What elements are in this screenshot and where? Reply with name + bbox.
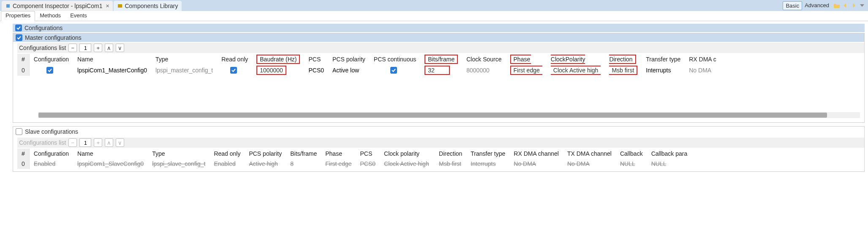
- tab-events[interactable]: Events: [65, 11, 92, 21]
- master-subsection: Configurations list − + ∧ ∨ # Configurat…: [17, 43, 864, 120]
- scrollbar-thumb[interactable]: [38, 113, 827, 118]
- cell-phase[interactable]: First edge: [506, 65, 547, 76]
- cell-pcs: PCS0: [356, 159, 380, 169]
- folder-icon[interactable]: [833, 2, 840, 9]
- cell-config: Enabled: [29, 159, 73, 169]
- tab-component-inspector[interactable]: Component Inspector - lpspiCom1 ✕: [2, 1, 113, 11]
- col-clockpol: Clock polarity: [380, 149, 435, 159]
- horizontal-scrollbar[interactable]: [38, 112, 860, 118]
- tab-properties[interactable]: Properties: [1, 11, 35, 21]
- col-dir: Direction: [605, 54, 642, 65]
- col-dir: Direction: [435, 149, 466, 159]
- down-button[interactable]: ∨: [116, 138, 124, 147]
- cell-row: 0: [17, 159, 29, 169]
- cell-bits[interactable]: 32: [420, 65, 462, 76]
- sub-tab-bar: Properties Methods Events: [0, 11, 868, 21]
- add-button[interactable]: +: [94, 138, 102, 147]
- up-button[interactable]: ∧: [105, 44, 113, 52]
- nav-forward-icon[interactable]: [850, 2, 857, 9]
- view-menu-icon[interactable]: [859, 2, 865, 9]
- cell-type: lpspi_master_config_t: [151, 65, 217, 76]
- count-input[interactable]: [79, 138, 91, 147]
- slave-table: # Configuration Name Type Read only PCS …: [17, 149, 691, 169]
- cell-rxdma[interactable]: No DMA: [685, 65, 721, 76]
- slave-panel: Slave configurations Configurations list…: [13, 126, 865, 172]
- cell-config: [29, 65, 73, 76]
- cell-transfer[interactable]: Interrupts: [642, 65, 685, 76]
- table-row[interactable]: 0 Enabled lpspiCom1_SlaveConfig0 lpspi_s…: [17, 159, 691, 169]
- cell-name[interactable]: lpspiCom1_SlaveConfig0: [73, 159, 148, 169]
- cell-clocksrc: 8000000: [462, 65, 506, 76]
- count-input[interactable]: [79, 44, 91, 52]
- col-config: Configuration: [29, 54, 73, 65]
- nav-back-icon[interactable]: [842, 2, 849, 9]
- table-header-row: # Configuration Name Type Read only Baud…: [17, 54, 721, 65]
- library-icon: [117, 3, 123, 9]
- cell-pcs[interactable]: PCS0: [304, 65, 328, 76]
- up-button[interactable]: ∧: [105, 138, 113, 147]
- row-config-checkbox[interactable]: [46, 67, 53, 74]
- master-list-toolbar: Configurations list − + ∧ ∨: [17, 43, 864, 53]
- cell-type: lpspi_slave_config_t: [148, 159, 210, 169]
- col-clocksrc: Clock Source: [462, 54, 506, 65]
- master-header: Master configurations: [13, 33, 864, 42]
- col-type: Type: [148, 149, 210, 159]
- table-row[interactable]: 0 lpspiCom1_MasterConfig0 lpspi_master_c…: [17, 65, 721, 76]
- tab-methods[interactable]: Methods: [35, 11, 65, 21]
- col-pcscont: PCS continuous: [370, 54, 420, 65]
- cell-callbackparam: NULL: [647, 159, 692, 169]
- col-phase: Phase: [506, 54, 547, 65]
- svg-rect-1: [118, 4, 122, 8]
- list-label: Configurations list: [19, 139, 66, 146]
- col-bits: Bits/frame: [420, 54, 462, 65]
- row-readonly-checkbox[interactable]: [230, 67, 237, 74]
- advanced-toggle[interactable]: Advanced: [802, 1, 832, 10]
- col-pcspol: PCS polarity: [245, 149, 286, 159]
- cell-txdma: No DMA: [563, 159, 616, 169]
- col-readonly: Read only: [210, 149, 245, 159]
- cell-clockpol[interactable]: Clock Active high: [547, 65, 605, 76]
- cell-pcspol[interactable]: Active low: [328, 65, 370, 76]
- row-pcscont-checkbox[interactable]: [390, 67, 397, 74]
- master-table: # Configuration Name Type Read only Baud…: [17, 54, 721, 76]
- cell-rxdma: No DMA: [509, 159, 563, 169]
- col-pcs: PCS: [304, 54, 328, 65]
- col-pcs: PCS: [356, 149, 380, 159]
- col-phase: Phase: [321, 149, 356, 159]
- cell-name[interactable]: lpspiCom1_MasterConfig0: [73, 65, 151, 76]
- master-label: Master configurations: [25, 34, 82, 41]
- cell-pcscont: [370, 65, 420, 76]
- remove-button[interactable]: −: [68, 138, 77, 147]
- master-checkbox[interactable]: [16, 34, 22, 41]
- cell-phase: First edge: [321, 159, 356, 169]
- col-callback: Callback: [616, 149, 647, 159]
- master-table-wrap: # Configuration Name Type Read only Baud…: [17, 54, 864, 120]
- tab-components-library[interactable]: Components Library: [114, 1, 181, 11]
- cell-bits: 8: [286, 159, 321, 169]
- slave-list-toolbar: Configurations list − + ∧ ∨: [17, 138, 864, 148]
- cell-dir[interactable]: Msb first: [605, 65, 642, 76]
- cell-callback: NULL: [616, 159, 647, 169]
- slave-checkbox[interactable]: [16, 128, 22, 135]
- remove-button[interactable]: −: [68, 44, 77, 52]
- add-button[interactable]: +: [94, 44, 102, 52]
- col-type: Type: [151, 54, 217, 65]
- configurations-label: Configurations: [24, 25, 63, 31]
- svg-rect-0: [6, 4, 10, 8]
- col-pcspol: PCS polarity: [328, 54, 370, 65]
- component-icon: [5, 3, 11, 9]
- cell-baud[interactable]: 1000000: [252, 65, 304, 76]
- basic-toggle[interactable]: Basic: [783, 1, 802, 10]
- close-icon[interactable]: ✕: [106, 3, 109, 9]
- tab-label: Components Library: [125, 3, 178, 9]
- col-callbackparam: Callback para: [647, 149, 692, 159]
- col-readonly: Read only: [217, 54, 252, 65]
- view-toggle: Basic Advanced: [783, 1, 832, 10]
- col-txdma: TX DMA channel: [563, 149, 616, 159]
- down-button[interactable]: ∨: [116, 44, 124, 52]
- col-row: #: [17, 54, 29, 65]
- tab-label: Component Inspector - lpspiCom1: [13, 3, 102, 9]
- slave-subsection: Configurations list − + ∧ ∨ # Configurat…: [17, 138, 864, 169]
- configurations-checkbox[interactable]: [15, 25, 22, 31]
- table-header-row: # Configuration Name Type Read only PCS …: [17, 149, 691, 159]
